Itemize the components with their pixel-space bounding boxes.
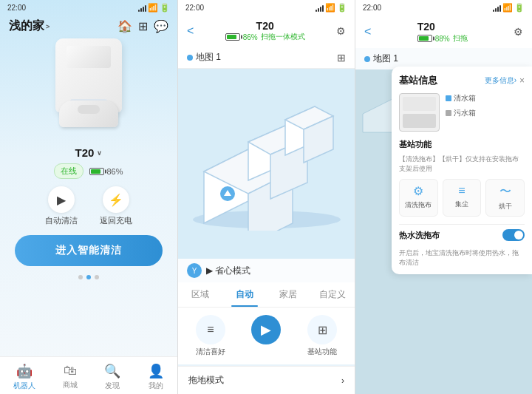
- signal-icon: [138, 4, 146, 12]
- station-title: 基站信息: [399, 74, 437, 87]
- wifi-icon-3: 📶: [502, 3, 513, 13]
- layers-icon-2[interactable]: ⊞: [337, 52, 346, 64]
- station-info-panel: 基站信息 更多信息› × 清水箱 污水箱: [392, 67, 532, 274]
- tank-row-2: [403, 114, 436, 128]
- clean-water-icon: [446, 95, 451, 101]
- dry-btn[interactable]: 〜 烘干: [485, 179, 525, 217]
- mode-text: ▶ 省心模式: [206, 265, 250, 277]
- time-2: 22:00: [185, 4, 204, 12]
- home-title[interactable]: 浅的家 >: [9, 18, 50, 34]
- mode-bar-2: Y ▶ 省心模式: [178, 259, 355, 282]
- close-station-button[interactable]: ×: [519, 75, 525, 86]
- tab-custom[interactable]: 自定义: [310, 282, 355, 307]
- device-center-2: T20 86% 扫拖一体模式: [225, 20, 305, 42]
- nav-shop[interactable]: 🛍 商城: [63, 363, 78, 391]
- header-icons: 🏠 ⊞ 💬: [117, 19, 168, 33]
- hot-water-toggle[interactable]: [502, 229, 525, 241]
- battery-pct-2: 86%: [243, 33, 258, 41]
- robot-nav-icon: 🤖: [16, 363, 33, 379]
- message-icon[interactable]: 💬: [154, 19, 168, 33]
- gear-button-3[interactable]: ⚙: [514, 26, 523, 38]
- wash-mop-icon: ⚙: [413, 184, 423, 198]
- time-3: 22:00: [363, 4, 381, 12]
- mop-mode-chevron: ›: [341, 376, 344, 386]
- tab-region[interactable]: 区域: [178, 282, 222, 307]
- tab-auto[interactable]: 自动: [222, 282, 267, 307]
- more-info-link[interactable]: 更多信息›: [485, 75, 516, 86]
- device-status-row: 在线 86%: [0, 163, 177, 179]
- station-diagram: 清水箱 污水箱: [399, 93, 525, 132]
- status-text-2: 扫拖一体模式: [261, 32, 305, 42]
- profile-nav-icon: 👤: [148, 363, 164, 379]
- map-dot-3: [364, 56, 370, 62]
- hot-water-desc: 开启后，地宝清洗拖布时将使用热水，拖布清洁: [399, 248, 525, 267]
- battery-pct: 86%: [106, 167, 123, 176]
- dirty-water-icon: [446, 110, 451, 116]
- tank-visual: [399, 93, 440, 132]
- clean-pref-btn[interactable]: ≡ 清洁喜好: [196, 315, 225, 357]
- dot-2[interactable]: [86, 275, 91, 279]
- tab-home[interactable]: 家居: [267, 282, 311, 307]
- home-icon[interactable]: 🏠: [117, 19, 132, 33]
- sys-icons-2: 📶 🔋: [316, 3, 347, 13]
- app-header-3: < T20 88% 扫拖 ⚙: [355, 16, 532, 48]
- tank-labels: 清水箱 污水箱: [446, 93, 476, 132]
- tank-row-1: [403, 97, 436, 111]
- battery-pct-3: 88%: [435, 35, 450, 43]
- back-button-2[interactable]: <: [187, 24, 194, 38]
- shop-nav-icon: 🛍: [64, 363, 77, 378]
- map-label-3[interactable]: 地图 1: [364, 52, 398, 65]
- status-bar-3: 22:00 📶 🔋: [355, 0, 532, 16]
- map-label-2[interactable]: 地图 1: [187, 51, 221, 64]
- mop-mode-row[interactable]: 拖地模式 ›: [178, 366, 355, 394]
- device-status-2: 86% 扫拖一体模式: [225, 32, 305, 42]
- charge-icon: ⚡: [103, 186, 129, 213]
- back-button-3[interactable]: <: [364, 25, 371, 38]
- signal-icon-2: [316, 4, 324, 12]
- dust-collect-btn[interactable]: ≡ 集尘: [443, 179, 482, 217]
- station-header: 基站信息 更多信息› ×: [399, 74, 525, 87]
- device-title-2: T20: [256, 20, 274, 32]
- auto-clean-btn[interactable]: ▶ 自动清洁: [45, 186, 78, 226]
- return-charge-btn[interactable]: ⚡ 返回充电: [100, 186, 132, 226]
- battery-visual: [89, 168, 104, 175]
- battery-icon-1: 🔋: [160, 3, 170, 13]
- nav-profile[interactable]: 👤 我的: [148, 363, 164, 391]
- battery-visual-2: [225, 33, 240, 41]
- play-center-icon: ▶: [251, 315, 281, 344]
- discover-nav-icon: 🔍: [104, 363, 120, 379]
- station-func-btn[interactable]: ⊞ 基站功能: [307, 315, 337, 357]
- device-title-3: T20: [417, 21, 435, 33]
- nav-robot[interactable]: 🤖 机器人: [13, 363, 35, 391]
- page-dots: [0, 275, 177, 279]
- sys-icons-1: 📶 🔋: [138, 3, 170, 13]
- grid-icon[interactable]: ⊞: [138, 19, 148, 33]
- dust-icon: ≡: [458, 184, 465, 197]
- battery-row: 86%: [89, 167, 123, 176]
- sys-icons-3: 📶 🔋: [493, 3, 525, 13]
- panel-station: 22:00 📶 🔋 < T20 88% 扫拖 ⚙: [355, 0, 532, 394]
- hot-water-label: 热水洗拖布: [399, 230, 440, 241]
- enter-smart-clean-button[interactable]: 进入智能清洁: [15, 235, 163, 266]
- device-center-3: T20 88% 扫拖: [417, 20, 468, 44]
- station-icon: ⊞: [307, 315, 337, 344]
- nav-discover[interactable]: 🔍 发现: [104, 363, 120, 391]
- time-1: 22:00: [7, 4, 26, 12]
- status-bar-2: 22:00 📶 🔋: [178, 0, 355, 16]
- robot-unit-img: [59, 101, 118, 127]
- signal-icon-3: [493, 4, 501, 12]
- floor-plan-svg: [189, 98, 344, 231]
- action-panel-2: ≡ 清洁喜好 ▶ ⊞ 基站功能: [178, 308, 355, 364]
- clean-water-label: 清水箱: [446, 93, 476, 103]
- device-name: T20 ∨: [0, 146, 177, 159]
- device-chevron[interactable]: ∨: [97, 149, 102, 157]
- dry-icon: 〜: [499, 184, 511, 200]
- play-icon: ▶: [48, 186, 75, 213]
- gear-button-2[interactable]: ⚙: [336, 25, 346, 37]
- battery-icon-2: 🔋: [337, 3, 347, 13]
- wash-mop-btn[interactable]: ⚙ 清洗拖布: [399, 179, 438, 217]
- status-bar-1: 22:00 📶 🔋: [0, 0, 177, 16]
- play-btn[interactable]: ▶: [251, 315, 281, 357]
- battery-visual-3: [417, 35, 432, 42]
- action-row: ▶ 自动清洁 ⚡ 返回充电: [0, 186, 177, 226]
